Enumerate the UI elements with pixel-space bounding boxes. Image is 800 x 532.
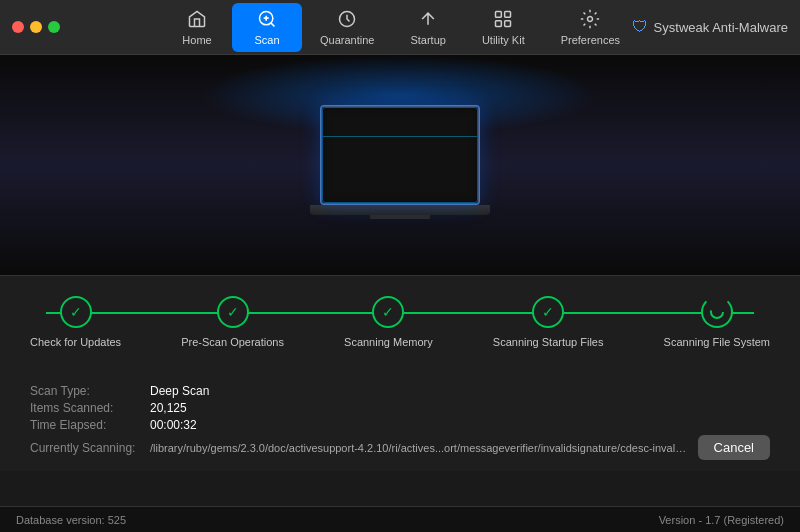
preferences-icon — [580, 9, 600, 32]
step-circle-check-updates: ✓ — [60, 296, 92, 328]
step-circle-scanning-memory: ✓ — [372, 296, 404, 328]
step-scanning-filesystem: Scanning File System — [664, 296, 770, 348]
info-row-time-elapsed: Time Elapsed: 00:00:32 — [30, 418, 770, 432]
step-circle-scanning-startup: ✓ — [532, 296, 564, 328]
svg-rect-2 — [496, 11, 502, 17]
step-check-updates: ✓ Check for Updates — [30, 296, 121, 348]
currently-scanning-value: /library/ruby/gems/2.3.0/doc/activesuppo… — [150, 442, 688, 454]
quarantine-icon — [337, 9, 357, 32]
nav-item-home[interactable]: Home — [162, 3, 232, 52]
status-bar: Database version: 525 Version - 1.7 (Reg… — [0, 506, 800, 532]
info-section: Scan Type: Deep Scan Items Scanned: 20,1… — [0, 384, 800, 471]
version-value: 1.7 (Registered) — [705, 514, 784, 526]
nav-label-utility-kit: Utility Kit — [482, 34, 525, 46]
step-label-scanning-memory: Scanning Memory — [344, 336, 433, 348]
nav-item-utility-kit[interactable]: Utility Kit — [464, 3, 543, 52]
info-row-scan-type: Scan Type: Deep Scan — [30, 384, 770, 398]
minimize-button[interactable] — [30, 21, 42, 33]
nav-item-scan[interactable]: Scan — [232, 3, 302, 52]
time-elapsed-label: Time Elapsed: — [30, 418, 150, 432]
svg-rect-3 — [505, 11, 511, 17]
brand-shield-icon: 🛡 — [632, 18, 648, 36]
laptop-stand — [370, 215, 430, 219]
db-version-value: 525 — [108, 514, 126, 526]
nav-item-startup[interactable]: Startup — [392, 3, 463, 52]
nav-label-quarantine: Quarantine — [320, 34, 374, 46]
step-label-scanning-startup: Scanning Startup Files — [493, 336, 604, 348]
info-row-currently-scanning: Currently Scanning: /library/ruby/gems/2… — [30, 435, 770, 460]
brand-name: Systweak Anti-Malware — [654, 20, 788, 35]
progress-section: ✓ Check for Updates ✓ Pre-Scan Operation… — [0, 275, 800, 384]
hero-section — [0, 55, 800, 275]
nav-label-home: Home — [182, 34, 211, 46]
step-circle-scanning-filesystem — [701, 296, 733, 328]
svg-rect-4 — [496, 20, 502, 26]
nav-item-quarantine[interactable]: Quarantine — [302, 3, 392, 52]
svg-rect-5 — [505, 20, 511, 26]
main-nav: Home Scan Quarantine — [162, 3, 638, 52]
brand: 🛡 Systweak Anti-Malware — [632, 18, 788, 36]
info-row-items-scanned: Items Scanned: 20,125 — [30, 401, 770, 415]
time-elapsed-value: 00:00:32 — [150, 418, 197, 432]
step-label-pre-scan: Pre-Scan Operations — [181, 336, 284, 348]
currently-scanning-label: Currently Scanning: — [30, 441, 150, 455]
cancel-button[interactable]: Cancel — [698, 435, 770, 460]
scan-type-value: Deep Scan — [150, 384, 209, 398]
items-scanned-label: Items Scanned: — [30, 401, 150, 415]
nav-label-preferences: Preferences — [561, 34, 620, 46]
svg-point-6 — [588, 16, 593, 21]
maximize-button[interactable] — [48, 21, 60, 33]
step-circle-pre-scan: ✓ — [217, 296, 249, 328]
startup-icon — [418, 9, 438, 32]
db-version: Database version: 525 — [16, 514, 126, 526]
nav-label-startup: Startup — [410, 34, 445, 46]
progress-steps: ✓ Check for Updates ✓ Pre-Scan Operation… — [30, 296, 770, 348]
traffic-lights — [0, 21, 60, 33]
close-button[interactable] — [12, 21, 24, 33]
scan-icon — [257, 9, 277, 32]
scan-grid-overlay — [322, 107, 478, 203]
utility-kit-icon — [493, 9, 513, 32]
scan-type-label: Scan Type: — [30, 384, 150, 398]
nav-label-scan: Scan — [254, 34, 279, 46]
items-scanned-value: 20,125 — [150, 401, 187, 415]
laptop — [310, 105, 490, 225]
laptop-illustration — [310, 105, 490, 225]
nav-item-preferences[interactable]: Preferences — [543, 3, 638, 52]
step-pre-scan: ✓ Pre-Scan Operations — [181, 296, 284, 348]
step-scanning-startup: ✓ Scanning Startup Files — [493, 296, 604, 348]
step-scanning-memory: ✓ Scanning Memory — [344, 296, 433, 348]
version-label: Version - — [659, 514, 702, 526]
step-label-scanning-filesystem: Scanning File System — [664, 336, 770, 348]
home-icon — [187, 9, 207, 32]
laptop-base — [310, 205, 490, 215]
app-version: Version - 1.7 (Registered) — [659, 514, 784, 526]
step-label-check-updates: Check for Updates — [30, 336, 121, 348]
svg-point-7 — [711, 306, 723, 318]
db-version-label: Database version: — [16, 514, 105, 526]
title-bar: Home Scan Quarantine — [0, 0, 800, 55]
laptop-screen — [320, 105, 480, 205]
